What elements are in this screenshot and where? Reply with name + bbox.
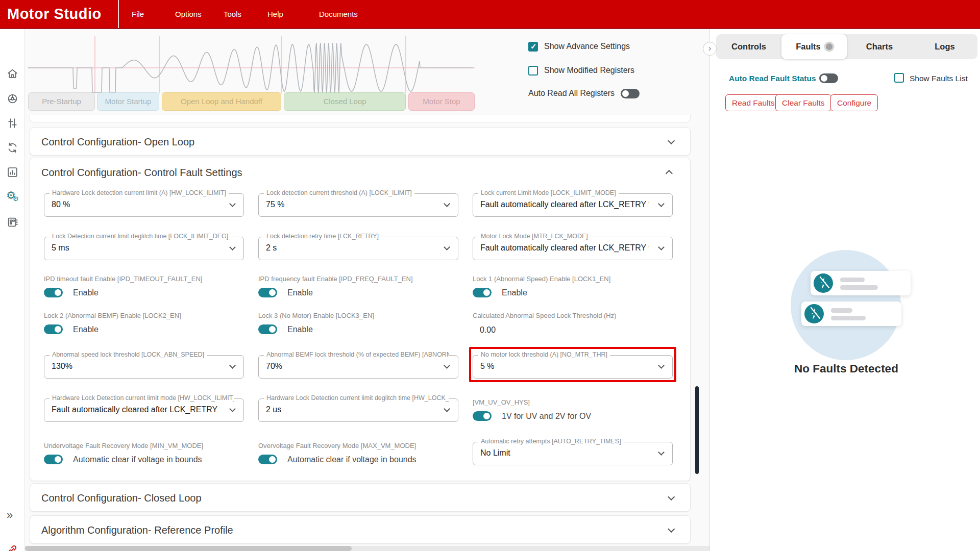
accordion-fault-settings-header[interactable]: Control Configuration- Control Fault Set… (30, 158, 690, 187)
chevron-down-icon (444, 244, 450, 251)
chevron-down-icon (229, 244, 236, 251)
tab-controls[interactable]: Controls (716, 34, 781, 59)
charts-box-icon[interactable] (6, 166, 19, 179)
field-hw-lock-ilimit[interactable]: Hardware Lock detection current limit (A… (44, 193, 244, 217)
motor-icon[interactable] (6, 92, 19, 105)
field-no-mtr-thr[interactable]: No motor lock threshold (A) [NO_MTR_THR]… (473, 355, 673, 379)
read-faults-button[interactable]: Read Faults (725, 94, 781, 111)
horizontal-scrollbar[interactable] (25, 546, 709, 551)
startup-waveform (28, 36, 475, 93)
accordion-closed-loop-header[interactable]: Control Configuration- Closed Loop (30, 484, 690, 512)
fault-off-icon (814, 273, 833, 293)
chevron-down-icon (229, 201, 236, 207)
field-lck-retry[interactable]: Lock detection retry time [LCK_RETRY] 2 … (258, 237, 458, 260)
toggle-min-vm-mode: Undervoltage Fault Recovery Mode [MIN_VM… (44, 442, 244, 464)
stage-pre-startup[interactable]: Pre-Startup (28, 92, 95, 111)
vertical-scrollbar-thumb[interactable] (695, 386, 699, 474)
toggle-ipd-freq-fault: IPD frequency fault Enable [IPD_FREQ_FAU… (258, 275, 458, 297)
stage-motor-stop[interactable]: Motor Stop (408, 92, 475, 111)
chevron-up-icon (666, 170, 673, 177)
motor-studio-window: Motor Studio File Options Tools Help Doc… (0, 0, 980, 551)
show-advance-settings-checkbox[interactable] (528, 42, 538, 52)
accordion-fault-settings: Control Configuration- Control Fault Set… (30, 158, 691, 481)
right-panel-tabbar: Controls Faults Charts Logs (716, 34, 977, 59)
accordion-reference-profile-title: Algorithm Configuration- Reference Profi… (41, 524, 233, 536)
link-icon[interactable] (6, 543, 19, 551)
stage-motor-startup[interactable]: Motor Startup (97, 92, 159, 111)
expand-rail-icon[interactable]: » (7, 509, 13, 522)
registers-chip-icon[interactable] (6, 216, 19, 229)
min-vm-mode-toggle[interactable] (44, 455, 63, 464)
field-lock-abn-speed[interactable]: Abnormal speed lock threshold [LOCK_ABN_… (44, 355, 244, 379)
configure-button[interactable]: Configure (830, 94, 878, 111)
settings-gears-icon[interactable]: ⚙⚙ (6, 190, 19, 203)
field-hw-lock-ilimit-mode[interactable]: Hardware Lock Detection current limit mo… (44, 398, 244, 422)
max-vm-mode-toggle[interactable] (258, 455, 277, 464)
show-faults-list-checkbox[interactable] (894, 73, 904, 83)
chevron-down-icon (658, 201, 665, 207)
sync-icon[interactable] (6, 141, 19, 154)
tab-charts[interactable]: Charts (847, 34, 912, 59)
ipd-timeout-fault-toggle[interactable] (44, 288, 63, 297)
field-lock-ilimit-deg[interactable]: Lock Detection current limit deglitch ti… (44, 237, 244, 260)
chevron-down-icon (229, 362, 236, 369)
menu-options[interactable]: Options (175, 0, 202, 28)
right-panel: Controls Faults Charts Logs Auto Read Fa… (710, 29, 980, 551)
ipd-freq-fault-toggle[interactable] (258, 288, 277, 297)
tab-faults[interactable]: Faults (781, 34, 847, 59)
menu-tools[interactable]: Tools (224, 0, 241, 28)
accordion-reference-profile: Algorithm Configuration- Reference Profi… (30, 515, 691, 544)
field-hw-lock-ilimit-deg[interactable]: Hardware Lock Detection current limit de… (258, 398, 458, 422)
toggle-lock1-en: Lock 1 (Abnormal Speed) Enable [LOCK1_EN… (473, 275, 673, 297)
field-lock-ilimit-mode[interactable]: Lock current Limit Mode [LOCK_ILIMIT_MOD… (473, 193, 673, 217)
auto-read-fault-status-toggle[interactable] (819, 73, 838, 83)
lock1-en-toggle[interactable] (473, 288, 492, 297)
collapse-panel-button[interactable]: › (703, 42, 717, 56)
auto-read-all-registers-label: Auto Read All Registers (528, 89, 615, 98)
app-header: Motor Studio File Options Tools Help Doc… (0, 0, 980, 29)
chevron-down-icon (668, 137, 675, 144)
lock3-en-toggle[interactable] (258, 324, 277, 334)
clear-faults-button[interactable]: Clear Faults (775, 94, 831, 111)
chevron-down-icon (658, 362, 665, 369)
menu-documents[interactable]: Documents (319, 0, 358, 28)
accordion-open-loop: Control Configuration- Open Loop (30, 127, 691, 156)
auto-read-all-registers-toggle[interactable] (621, 89, 640, 98)
show-faults-list-label: Show Faults List (910, 74, 968, 83)
show-modified-registers-checkbox[interactable] (528, 66, 538, 76)
lock2-en-toggle[interactable] (44, 324, 63, 334)
readonly-calc-abn-speed-threshold: Calculated Abnormal Speed Lock Threshold… (473, 312, 673, 335)
show-advance-settings-label: Show Advance Settings (544, 42, 630, 51)
stage-open-loop-handoff[interactable]: Open Loop and Handoff (162, 92, 281, 111)
scrolled-card-edge (30, 115, 691, 122)
menu-help[interactable]: Help (267, 0, 283, 28)
field-lock-ilimit[interactable]: Lock detection current threshold (A) [LO… (258, 193, 458, 217)
horizontal-scrollbar-thumb[interactable] (25, 546, 352, 551)
menu-file[interactable]: File (132, 0, 144, 28)
app-title: Motor Studio (7, 0, 102, 28)
accordion-reference-profile-header[interactable]: Algorithm Configuration- Reference Profi… (30, 516, 690, 544)
accordion-closed-loop-title: Control Configuration- Closed Loop (41, 492, 202, 504)
field-abnormal-bemf-threshold[interactable]: Abnormal BEMF lock threshold (% of expec… (258, 355, 458, 379)
header-separator (118, 0, 119, 28)
auto-read-fault-status-label: Auto Read Fault Status (729, 74, 816, 83)
chevron-down-icon (229, 406, 236, 412)
toggle-max-vm-mode: Overvoltage Fault Recovery Mode [MAX_VM_… (258, 442, 458, 464)
home-icon[interactable] (6, 67, 19, 80)
accordion-closed-loop: Control Configuration- Closed Loop (30, 483, 691, 512)
stage-closed-loop[interactable]: Closed Loop (284, 92, 406, 111)
tab-logs[interactable]: Logs (912, 34, 977, 59)
tune-controls-icon[interactable] (6, 117, 19, 130)
chevron-down-icon (668, 525, 675, 533)
chevron-down-icon (444, 406, 450, 412)
chevron-down-icon (658, 449, 665, 456)
left-icon-rail: ⚙⚙ » (0, 29, 25, 551)
accordion-open-loop-header[interactable]: Control Configuration- Open Loop (30, 128, 690, 156)
vm-uv-ov-hys-toggle[interactable] (473, 411, 492, 421)
chevron-down-icon (444, 201, 450, 207)
field-auto-retry-times[interactable]: Automatic retry attempts [AUTO_RETRY_TIM… (473, 442, 673, 465)
no-faults-illustration (791, 250, 911, 365)
accordion-open-loop-title: Control Configuration- Open Loop (41, 136, 194, 148)
field-mtr-lck-mode[interactable]: Motor Lock Mode [MTR_LCK_MODE] Fault aut… (473, 237, 673, 260)
toggle-lock3-en: Lock 3 (No Motor) Enable [LOCK3_EN] Enab… (258, 312, 458, 334)
